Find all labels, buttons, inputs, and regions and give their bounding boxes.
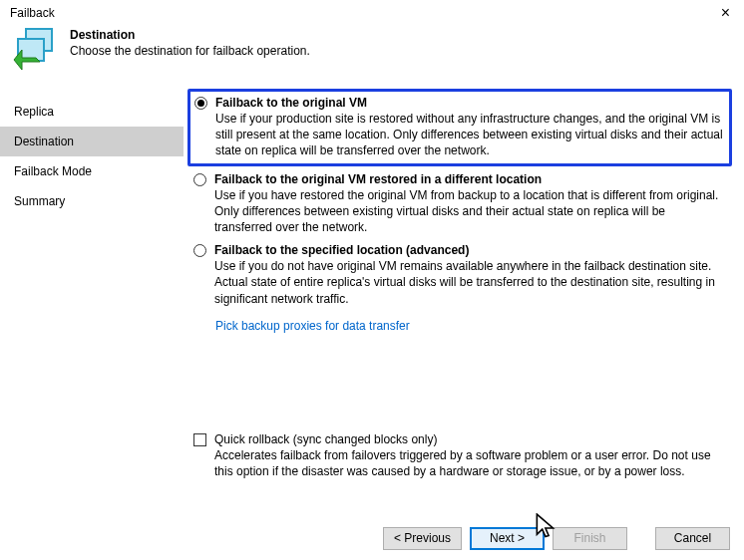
checkbox-label: Quick rollback (sync changed blocks only… [214, 432, 732, 446]
option-title: Failback to the specified location (adva… [214, 243, 726, 257]
option-desc: Use if you do not have original VM remai… [214, 258, 726, 307]
option-title: Failback to the original VM [215, 96, 725, 110]
finish-button: Finish [553, 527, 627, 550]
sidebar-item-failback-mode[interactable]: Failback Mode [0, 156, 184, 186]
checkbox-desc: Accelerates failback from failovers trig… [214, 447, 732, 479]
option-original-vm[interactable]: Failback to the original VM Use if your … [187, 89, 732, 166]
window-title: Failback [10, 6, 55, 20]
radio-original-vm[interactable] [194, 97, 207, 110]
footer: < Previous Next > Finish Cancel [0, 516, 744, 560]
radio-different-location[interactable] [193, 173, 206, 186]
failback-icon [12, 26, 60, 74]
sidebar-item-destination[interactable]: Destination [0, 127, 184, 156]
option-title: Failback to the original VM restored in … [214, 172, 726, 186]
option-different-location[interactable]: Failback to the original VM restored in … [187, 166, 732, 238]
previous-button[interactable]: < Previous [383, 527, 462, 550]
sidebar-item-summary[interactable]: Summary [0, 186, 184, 216]
sidebar-item-label: Destination [14, 135, 74, 148]
pick-proxies-link[interactable]: Pick backup proxies for data transfer [215, 319, 410, 333]
page-title: Destination [70, 28, 310, 42]
page-subtitle: Choose the destination for failback oper… [70, 44, 310, 58]
close-icon[interactable]: × [717, 6, 734, 20]
radio-specified-location[interactable] [193, 244, 206, 257]
option-specified-location[interactable]: Failback to the specified location (adva… [187, 237, 732, 309]
option-desc: Use if you have restored the original VM… [214, 187, 726, 236]
sidebar: Replica Destination Failback Mode Summar… [0, 83, 184, 506]
sidebar-item-label: Replica [14, 105, 54, 119]
cancel-button[interactable]: Cancel [655, 527, 730, 550]
option-desc: Use if your production site is restored … [215, 111, 725, 159]
body: Replica Destination Failback Mode Summar… [0, 82, 744, 506]
header: Destination Choose the destination for f… [0, 24, 744, 82]
main-panel: Failback to the original VM Use if your … [184, 83, 744, 506]
next-button[interactable]: Next > [470, 527, 545, 550]
titlebar: Failback × [0, 0, 744, 24]
quick-rollback-checkbox[interactable] [193, 433, 206, 446]
sidebar-item-replica[interactable]: Replica [0, 97, 184, 127]
sidebar-item-label: Failback Mode [14, 164, 92, 178]
sidebar-item-label: Summary [14, 194, 65, 208]
quick-rollback-row: Quick rollback (sync changed blocks only… [187, 432, 732, 479]
